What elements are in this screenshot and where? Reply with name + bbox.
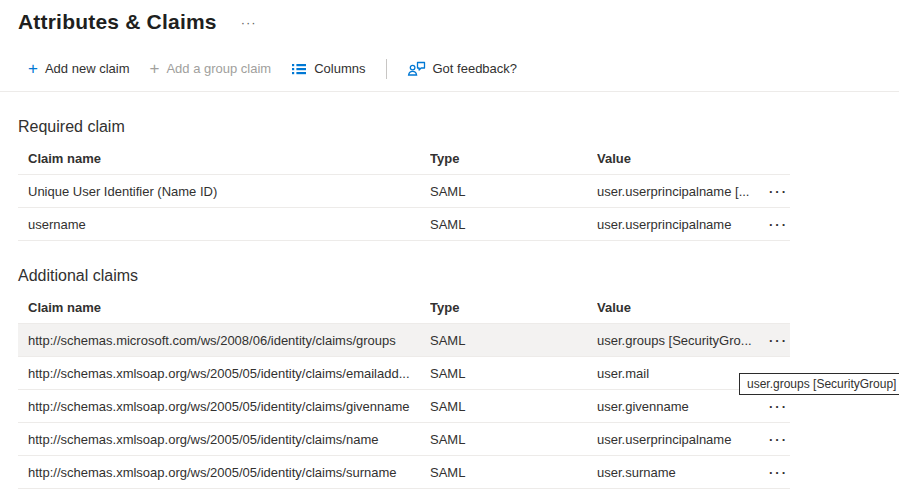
claim-row[interactable]: http://schemas.xmlsoap.org/ws/2005/05/id… <box>18 456 790 489</box>
claim-row[interactable]: username SAML user.userprincipalname ··· <box>18 208 790 241</box>
claim-type-cell: SAML <box>430 432 597 447</box>
claim-name-cell: http://schemas.microsoft.com/ws/2008/06/… <box>18 333 430 348</box>
column-header-claim-name: Claim name <box>18 151 430 166</box>
plus-icon: + <box>28 60 38 77</box>
add-group-claim-button: + Add a group claim <box>139 56 281 81</box>
claim-value-cell: user.givenname <box>597 399 757 414</box>
columns-icon <box>291 61 307 77</box>
toolbar-divider <box>386 59 387 79</box>
additional-claims-table: Claim name Type Value http://schemas.mic… <box>18 291 790 489</box>
claim-row[interactable]: http://schemas.xmlsoap.org/ws/2005/05/id… <box>18 357 790 390</box>
got-feedback-button[interactable]: Got feedback? <box>397 57 528 81</box>
columns-label: Columns <box>314 61 365 76</box>
row-more-actions-button[interactable]: ··· <box>769 184 790 199</box>
claim-value-cell: user.userprincipalname [... <box>597 184 757 199</box>
value-tooltip: user.groups [SecurityGroup] <box>739 373 899 395</box>
columns-button[interactable]: Columns <box>281 57 375 81</box>
claim-type-cell: SAML <box>430 465 597 480</box>
add-group-claim-label: Add a group claim <box>166 61 271 76</box>
claim-value-cell: user.groups [SecurityGro... <box>597 333 757 348</box>
add-new-claim-label: Add new claim <box>45 61 130 76</box>
claim-name-cell: username <box>18 217 430 232</box>
additional-claims-section-title: Additional claims <box>18 267 899 285</box>
page-more-button[interactable]: ··· <box>241 15 257 30</box>
claim-value-cell: user.mail <box>597 366 757 381</box>
claim-name-cell: http://schemas.xmlsoap.org/ws/2005/05/id… <box>18 399 430 414</box>
row-more-actions-button[interactable]: ··· <box>769 333 790 348</box>
claim-type-cell: SAML <box>430 184 597 199</box>
required-claim-section-title: Required claim <box>18 118 899 136</box>
claim-row[interactable]: http://schemas.microsoft.com/ws/2008/06/… <box>18 324 790 357</box>
column-header-value: Value <box>597 300 757 315</box>
table-header-row: Claim name Type Value <box>18 291 790 324</box>
claim-row[interactable]: http://schemas.xmlsoap.org/ws/2005/05/id… <box>18 423 790 456</box>
claim-type-cell: SAML <box>430 366 597 381</box>
claim-row[interactable]: Unique User Identifier (Name ID) SAML us… <box>18 175 790 208</box>
column-header-type: Type <box>430 151 597 166</box>
claim-name-cell: http://schemas.xmlsoap.org/ws/2005/05/id… <box>18 432 430 447</box>
claim-name-cell: http://schemas.xmlsoap.org/ws/2005/05/id… <box>18 366 430 381</box>
row-more-actions-button[interactable]: ··· <box>769 217 790 232</box>
claim-type-cell: SAML <box>430 333 597 348</box>
feedback-icon <box>407 61 426 77</box>
column-header-value: Value <box>597 151 757 166</box>
got-feedback-label: Got feedback? <box>433 61 518 76</box>
claim-type-cell: SAML <box>430 217 597 232</box>
claim-name-cell: http://schemas.xmlsoap.org/ws/2005/05/id… <box>18 465 430 480</box>
row-more-actions-button[interactable]: ··· <box>769 432 790 447</box>
column-header-claim-name: Claim name <box>18 300 430 315</box>
add-new-claim-button[interactable]: + Add new claim <box>18 56 139 81</box>
claim-name-cell: Unique User Identifier (Name ID) <box>18 184 430 199</box>
row-more-actions-button[interactable]: ··· <box>769 399 790 414</box>
claim-value-cell: user.userprincipalname <box>597 217 757 232</box>
page-header: Attributes & Claims ··· <box>0 0 899 34</box>
claim-value-cell: user.surname <box>597 465 757 480</box>
row-more-actions-button[interactable]: ··· <box>769 465 790 480</box>
claim-type-cell: SAML <box>430 399 597 414</box>
page-title: Attributes & Claims <box>18 10 217 34</box>
required-claim-table: Claim name Type Value Unique User Identi… <box>18 142 790 241</box>
column-header-type: Type <box>430 300 597 315</box>
command-bar: + Add new claim + Add a group claim Colu… <box>0 58 899 92</box>
table-header-row: Claim name Type Value <box>18 142 790 175</box>
claim-value-cell: user.userprincipalname <box>597 432 757 447</box>
plus-icon: + <box>149 60 159 77</box>
claim-row[interactable]: http://schemas.xmlsoap.org/ws/2005/05/id… <box>18 390 790 423</box>
